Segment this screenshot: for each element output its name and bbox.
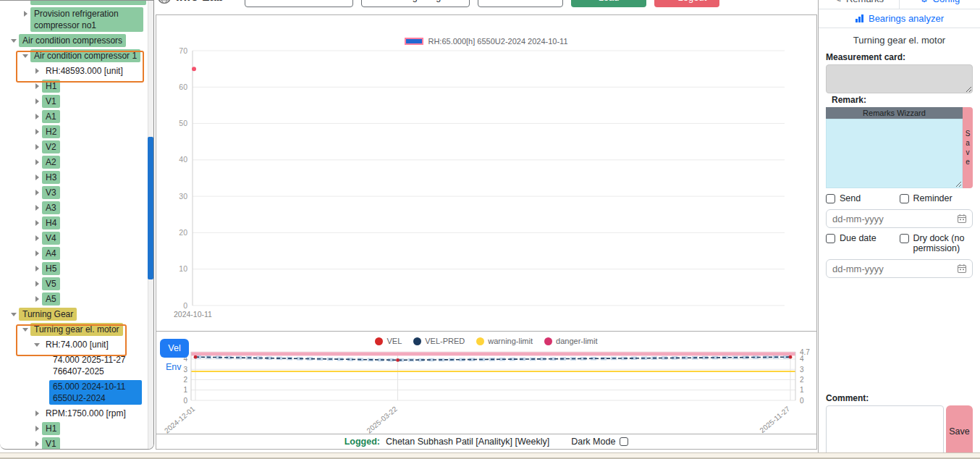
tree-item[interactable]: 74.000 2025-11-27 766407-2025 [0, 352, 143, 379]
send-date-input[interactable] [826, 209, 973, 228]
expand-arrow-icon[interactable] [33, 97, 42, 106]
tree-item[interactable]: V4 [0, 230, 143, 245]
tree-item[interactable]: RPM:1750.000 [rpm] [0, 405, 143, 421]
tree-item[interactable]: V5 [0, 276, 143, 291]
expand-arrow-icon[interactable] [22, 9, 30, 18]
expand-arrow-icon[interactable] [33, 219, 42, 227]
rh-history-chart-area[interactable]: RH:65.000[h] 6550U2-2024 2024-10-11 0102… [156, 15, 816, 331]
dry-dock-checkbox[interactable]: Dry dock (no permission) [900, 233, 973, 253]
expand-arrow-icon[interactable] [33, 143, 42, 151]
collapse-arrow-icon[interactable] [33, 340, 42, 349]
trend-chart[interactable]: 00112233444.74.72024-12-012025-03-222025… [156, 346, 817, 434]
expand-arrow-icon[interactable] [33, 295, 42, 303]
vel-point[interactable] [396, 358, 400, 362]
expand-arrow-icon[interactable] [33, 264, 42, 273]
measurement-card-textarea[interactable] [826, 64, 973, 93]
expand-arrow-icon[interactable] [33, 67, 42, 75]
logout-button[interactable]: ↷ Logout [654, 0, 719, 7]
tree-item[interactable]: V3 [0, 185, 143, 200]
save-comment-button[interactable]: Save [946, 405, 973, 459]
vel-toggle-button[interactable]: Vel [160, 339, 189, 358]
tree-item[interactable]: A5 [0, 291, 143, 306]
tree-item[interactable] [0, 0, 143, 6]
remarks-wizzard-button[interactable]: Remarks Wizzard [826, 107, 963, 119]
collapse-arrow-icon[interactable] [10, 36, 19, 45]
vel-point[interactable] [194, 355, 198, 359]
comment-textarea[interactable] [826, 405, 944, 459]
expand-arrow-icon[interactable] [33, 173, 42, 182]
legend-item[interactable]: VEL-PRED [413, 337, 465, 345]
tree-item[interactable]: V1 [0, 93, 143, 109]
expand-arrow-icon[interactable] [33, 439, 42, 448]
rh-chart-legend[interactable]: RH:65.000[h] 6550U2-2024 2024-10-11 [156, 35, 816, 47]
calendar-icon[interactable] [957, 214, 967, 224]
expand-arrow-icon[interactable] [33, 188, 42, 197]
send-checkbox[interactable]: Send [826, 193, 900, 203]
collapse-arrow-icon[interactable] [10, 310, 19, 319]
load-button[interactable]: Load [571, 0, 646, 7]
tab-config[interactable]: ⚙ Config [900, 0, 980, 9]
legend-item[interactable]: warning-limit [476, 337, 533, 345]
save-remark-button[interactable]: Save [963, 107, 973, 188]
tree-item[interactable]: Air condition compressors [0, 33, 143, 48]
expand-arrow-icon[interactable] [33, 409, 42, 418]
checkbox-icon[interactable] [826, 194, 835, 203]
calendar-icon[interactable] [957, 264, 967, 274]
expand-arrow-icon[interactable] [33, 424, 42, 433]
tree-item[interactable]: A2 [0, 154, 143, 169]
tree-item[interactable]: A3 [0, 200, 143, 215]
due-date-input[interactable] [826, 259, 973, 278]
checkbox-icon[interactable] [900, 194, 909, 203]
checkbox-icon[interactable] [826, 234, 835, 243]
tree-item[interactable]: H1 [0, 78, 143, 93]
clear-icon[interactable]: × [444, 0, 454, 3]
tree-item[interactable]: H1 [0, 421, 143, 436]
tree-item[interactable]: H5 [0, 261, 143, 276]
env-toggle-link[interactable]: Env [166, 362, 182, 372]
dark-mode-checkbox[interactable] [620, 437, 628, 446]
tree-item[interactable]: V2 [0, 139, 143, 154]
expand-arrow-icon[interactable] [33, 249, 42, 258]
trend-chart-area[interactable]: Vel Env VELVEL-PREDwarning-limitdanger-l… [156, 331, 816, 434]
expand-arrow-icon[interactable] [33, 82, 42, 90]
remark-textarea[interactable] [826, 119, 963, 188]
vessel-select[interactable]: Hamia Hong Kong× [361, 0, 470, 7]
tree-item[interactable]: 65.000 2024-10-11 6550U2-2024 [0, 379, 143, 405]
tree-item[interactable]: Turning gear el. motor [0, 321, 143, 337]
tree-item[interactable]: V1 [0, 436, 143, 450]
expand-arrow-icon[interactable] [33, 127, 42, 136]
tree-item[interactable]: RH:48593.000 [unit] [0, 63, 143, 78]
tree-item[interactable]: A1 [0, 109, 143, 124]
collapse-arrow-icon[interactable] [22, 325, 30, 334]
legend-item[interactable]: danger-limit [544, 337, 597, 345]
expand-arrow-icon[interactable] [33, 279, 42, 288]
sidebar-scrollbar-track[interactable] [148, 1, 153, 449]
tree-item[interactable]: Air condition compressor 1 [0, 48, 143, 63]
expand-arrow-icon[interactable] [33, 203, 42, 212]
clear-icon[interactable]: × [537, 0, 547, 3]
data-point[interactable] [192, 67, 196, 71]
tree-item[interactable]: H3 [0, 169, 143, 185]
bearings-analyzer-link[interactable]: Bearings analyzer [819, 9, 980, 28]
tree-item[interactable]: Turning Gear [0, 306, 143, 321]
legend-item[interactable]: VEL [375, 337, 402, 345]
tree-item[interactable]: H2 [0, 124, 143, 139]
clear-icon[interactable]: × [327, 0, 337, 3]
survey-select[interactable]: 766407-2025× [478, 0, 563, 7]
vel-point[interactable] [789, 355, 793, 359]
dark-mode-toggle[interactable]: Dark Mode [571, 437, 628, 447]
expand-arrow-icon[interactable] [33, 112, 42, 121]
sidebar-scrollbar-thumb[interactable] [148, 137, 153, 279]
tab-remarks[interactable]: ✎ Remarks [819, 0, 900, 9]
checkbox-icon[interactable] [900, 234, 909, 243]
tree-item[interactable]: A4 [0, 245, 143, 261]
company-select[interactable]: MMS Co. Ltd.× [245, 0, 353, 7]
rh-history-chart[interactable]: 0102030405060702024-10-11 [156, 47, 817, 331]
tree-item[interactable]: Provision refrigeration compressor no1 [0, 6, 143, 33]
collapse-arrow-icon[interactable] [22, 51, 30, 60]
tree-item[interactable]: RH:74.000 [unit] [0, 337, 143, 352]
reminder-checkbox[interactable]: Reminder [900, 193, 973, 203]
expand-arrow-icon[interactable] [33, 158, 42, 167]
tree-item[interactable]: H4 [0, 215, 143, 230]
expand-arrow-icon[interactable] [33, 234, 42, 243]
